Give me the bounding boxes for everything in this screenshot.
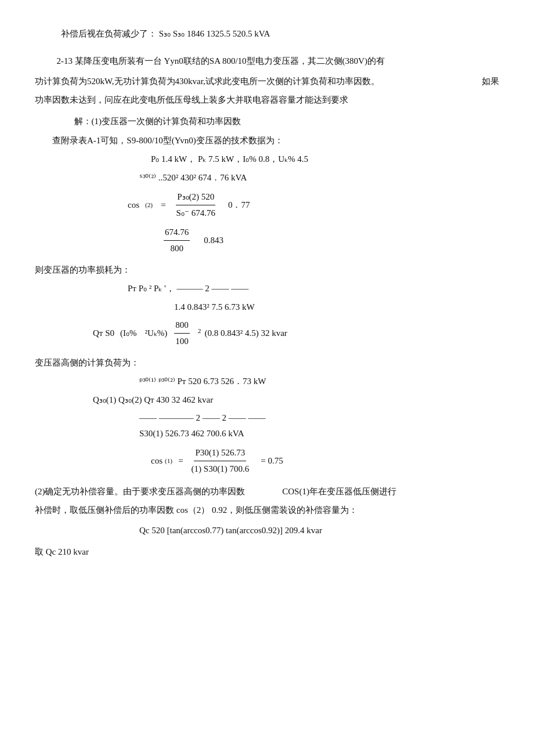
- transformer-loss-label: 则变压器的功率损耗为：: [35, 262, 499, 278]
- qt-paren: (I₀%: [120, 325, 137, 341]
- qt-val2: (0.8 0.843² 4.5) 32 kvar: [204, 325, 287, 341]
- qt-numerator: 800: [174, 317, 190, 334]
- cos2-fraction: P₃₀(2) 520 S₀⁻ 674.76: [175, 189, 217, 221]
- cos2-formula: cos (2) = P₃₀(2) 520 S₀⁻ 674.76 0．77: [128, 189, 499, 221]
- pt-formula-line1: Pт P₀ ² Pₖ '， ——— 2 —— ——: [128, 281, 499, 296]
- s30-1-formula-line1: —— ———— 2 —— 2 —— ——: [139, 410, 499, 426]
- qt-formula-line: Qт S0 (I₀% ²Uₖ%) 800 100 2 (0.8 0.843² 4…: [93, 317, 499, 349]
- top-note: 补偿后视在负荷减少了： S₃₀ S₃₀ 1846 1325.5 520.5 kV…: [35, 26, 499, 42]
- cos-subscript: (2): [145, 199, 153, 211]
- problem-text1: 某降压变电所装有一台 Yyn0联结的SA 800/10型电力变压器，其二次侧(3…: [75, 56, 385, 66]
- problem-number: 2-13: [57, 56, 73, 66]
- page-content: 补偿后视在负荷减少了： S₃₀ S₃₀ 1846 1325.5 520.5 kV…: [35, 26, 499, 560]
- cos-label: cos: [128, 197, 139, 213]
- step2-text: 补偿时，取低压侧补偿后的功率因数 cos（2） 0.92，则低压侧需装设的补偿容…: [35, 502, 499, 518]
- cos2-value: 0．77: [228, 197, 250, 213]
- problem-right-note: 如果: [482, 74, 499, 89]
- ratio-value: 0.843: [204, 233, 223, 248]
- tech-data-formula: P₀ 1.4 kW， Pₖ 7.5 kW，I₀% 0.8，Uₖ% 4.5: [151, 151, 499, 167]
- problem-text2: 功计算负荷为520kW,无功计算负荷为430kvar,试求此变电所一次侧的计算负…: [35, 77, 380, 86]
- ratio-fraction: 674.76 800: [164, 225, 190, 256]
- cos1-denominator: (1) S30(1) 700.6: [190, 461, 251, 477]
- cos2-numerator: P₃₀(2) 520: [176, 189, 215, 205]
- p30-1-formula: ᵖ³⁰⁽¹⁾ ᵖ³⁰⁽²⁾ Pт 520 6.73 526．73 kW: [139, 374, 499, 389]
- q30-formula: Q₃₀(1) Q₃₀(2) Qт 430 32 462 kvar: [93, 392, 499, 408]
- step1-text: 查附录表A-1可知，S9-800/10型(Yvn0)变压器的技术数据为：: [52, 133, 499, 149]
- cos2-denominator: S₀⁻ 674.76: [175, 205, 217, 221]
- qt-val: 2: [198, 325, 201, 342]
- cos1-sub: (1): [165, 455, 172, 466]
- cos1-numerator: P30(1) 526.73: [194, 445, 246, 461]
- solution-header: 解：(1)变压器一次侧的计算负荷和功率因数: [52, 114, 499, 129]
- cos1-value: = 0.75: [261, 453, 283, 469]
- qc-formula: Qc 520 [tan(arccos0.77) tan(arccos0.92)]…: [139, 523, 499, 538]
- qt-fraction: 800 100: [174, 317, 190, 349]
- cos1-fraction: P30(1) 526.73 (1) S30(1) 700.6: [190, 445, 251, 477]
- ratio-formula: 674.76 800 0.843: [163, 225, 499, 256]
- qt-denominator: 100: [174, 334, 190, 349]
- qt-prefix: Qт S0: [93, 325, 114, 341]
- take-qc: 取 Qc 210 kvar: [35, 544, 499, 560]
- cos1-formula-block: cos (1) = P30(1) 526.73 (1) S30(1) 700.6…: [151, 445, 499, 477]
- s30-2-formula: ˢ³⁰⁽²⁾ ..520² 430² 674．76 kVA: [139, 170, 499, 186]
- problem-text3: 功率因数未达到，问应在此变电所低压母线上装多大并联电容器容量才能达到要求: [35, 92, 499, 108]
- cos1-label: cos: [151, 453, 163, 469]
- problem-text2-line: 功计算负荷为520kW,无功计算负荷为430kvar,试求此变电所一次侧的计算负…: [35, 74, 499, 89]
- qt-uk: ²Uₖ%): [145, 325, 167, 341]
- s30-1-formula-line2: S30(1) 526.73 462 700.6 kVA: [139, 426, 499, 442]
- problem-number-line: 2-13 某降压变电所装有一台 Yyn0联结的SA 800/10型电力变压器，其…: [35, 53, 499, 69]
- step2-cos: COS(1)年在变压器低压侧进行: [282, 487, 396, 496]
- ratio-denominator: 800: [169, 241, 185, 256]
- high-side-label: 变压器高侧的计算负荷为：: [35, 355, 499, 371]
- step2-title: (2)确定无功补偿容量。由于要求变压器高侧的功率因数 COS(1)年在变压器低压…: [35, 484, 499, 500]
- ratio-numerator: 674.76: [164, 225, 190, 241]
- pt-formula-line2: 1.4 0.843² 7.5 6.73 kW: [174, 299, 499, 315]
